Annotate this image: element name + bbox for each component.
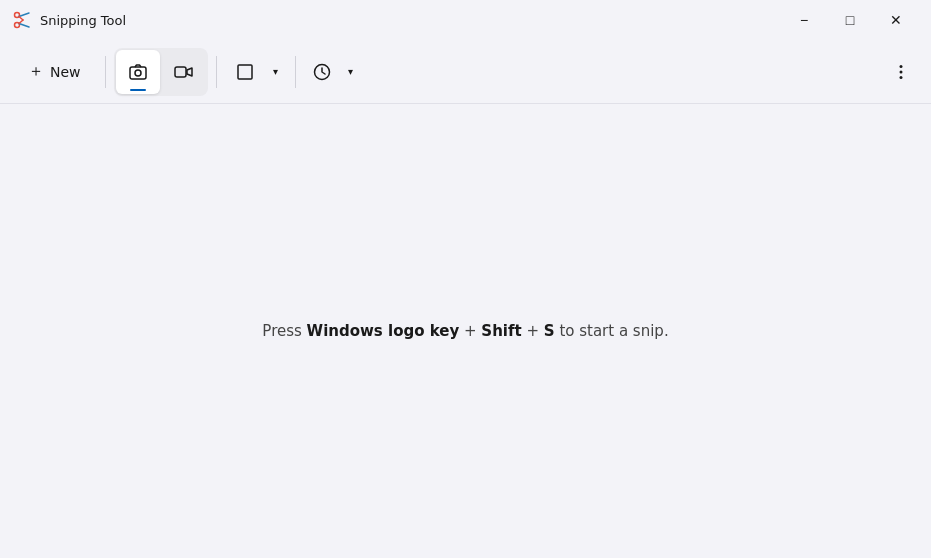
history-dropdown-button[interactable]: ▾ — [340, 50, 362, 94]
plus-icon: ＋ — [28, 61, 44, 82]
clock-icon — [312, 62, 332, 82]
snip-shape-button[interactable] — [225, 50, 265, 94]
hint-key-s: S — [544, 322, 555, 340]
mode-group — [114, 48, 208, 96]
snip-shape-group: ▾ — [225, 50, 287, 94]
snip-shape-dropdown-button[interactable]: ▾ — [265, 50, 287, 94]
app-title: Snipping Tool — [40, 13, 781, 28]
toolbar-divider-3 — [295, 56, 296, 88]
snip-shape-icon — [235, 62, 255, 82]
svg-rect-8 — [175, 67, 186, 77]
video-icon — [174, 62, 194, 82]
toolbar-divider-2 — [216, 56, 217, 88]
svg-line-3 — [19, 24, 29, 28]
svg-line-4 — [19, 17, 23, 21]
video-mode-button[interactable] — [162, 50, 206, 94]
title-bar: Snipping Tool − □ ✕ — [0, 0, 931, 40]
svg-point-13 — [900, 76, 903, 79]
hint-text: Press Windows logo key + Shift + S to st… — [262, 320, 668, 343]
history-group: ▾ — [304, 50, 362, 94]
svg-line-5 — [19, 20, 23, 24]
svg-point-11 — [900, 65, 903, 68]
toolbar: ＋ New ▾ — [0, 40, 931, 104]
new-button[interactable]: ＋ New — [12, 51, 97, 93]
active-indicator — [130, 89, 146, 91]
hint-key-shift: Shift — [481, 322, 521, 340]
new-button-label: New — [50, 64, 81, 80]
minimize-button[interactable]: − — [781, 4, 827, 36]
svg-point-12 — [900, 70, 903, 73]
more-icon — [892, 63, 910, 81]
svg-point-7 — [135, 70, 141, 76]
window-controls: − □ ✕ — [781, 4, 919, 36]
maximize-button[interactable]: □ — [827, 4, 873, 36]
close-button[interactable]: ✕ — [873, 4, 919, 36]
chevron-down-icon: ▾ — [273, 66, 278, 77]
history-button[interactable] — [304, 50, 340, 94]
app-logo — [12, 10, 40, 30]
more-options-button[interactable] — [883, 54, 919, 90]
camera-icon — [128, 62, 148, 82]
toolbar-divider — [105, 56, 106, 88]
svg-line-2 — [19, 13, 29, 17]
svg-rect-9 — [238, 65, 252, 79]
main-content: Press Windows logo key + Shift + S to st… — [0, 104, 931, 558]
chevron-down-icon-2: ▾ — [348, 66, 353, 77]
screenshot-mode-button[interactable] — [116, 50, 160, 94]
hint-key-windows: Windows logo key — [307, 322, 460, 340]
svg-rect-6 — [130, 67, 146, 79]
